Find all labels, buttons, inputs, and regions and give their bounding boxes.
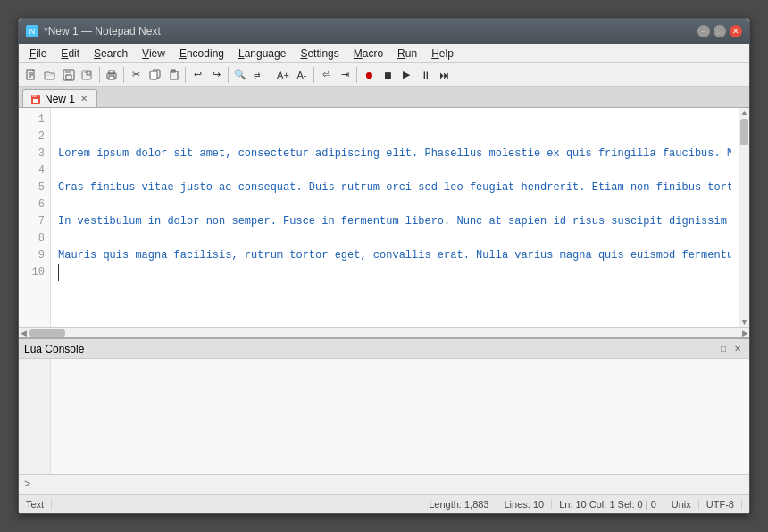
menu-run[interactable]: Run (390, 46, 424, 62)
close-button[interactable]: ✕ (730, 25, 742, 37)
line-num-4: 4 (22, 162, 45, 179)
lua-console-header: Lua Console □ ✕ (19, 339, 749, 359)
svg-rect-5 (65, 70, 71, 73)
tb-undo[interactable]: ↩ (188, 66, 206, 84)
line-num-10: 10 (22, 264, 45, 281)
scroll-left-btn[interactable]: ◀ (19, 328, 28, 337)
tb-find[interactable]: 🔍 (231, 66, 249, 84)
tb-saveall[interactable] (79, 66, 96, 84)
line-numbers: 1 2 3 4 5 6 7 8 9 10 (19, 108, 51, 327)
toolbar-separator-6 (313, 67, 314, 83)
status-encoding-detail: UTF-8 (699, 499, 742, 510)
maximize-button[interactable]: □ (714, 25, 726, 37)
tb-macro-play[interactable]: ▶ (397, 66, 415, 84)
line-num-7: 7 (22, 213, 45, 230)
svg-text:⇄: ⇄ (254, 71, 261, 79)
tb-macro-rec[interactable]: ⏺ (360, 66, 378, 84)
status-lines: Lines: 10 (497, 499, 553, 510)
title-controls: – □ ✕ (697, 25, 742, 37)
scroll-down-btn[interactable]: ▼ (739, 318, 749, 327)
menu-settings[interactable]: Settings (293, 46, 346, 62)
horizontal-scrollbar[interactable]: ◀ ▶ (19, 327, 749, 337)
menu-encoding[interactable]: Encoding (172, 46, 231, 62)
editor-main: 1 2 3 4 5 6 7 8 9 10 Lorem ipsum dolor s… (19, 108, 749, 327)
line-num-1: 1 (22, 112, 45, 129)
menu-file[interactable]: File (22, 46, 54, 62)
tb-redo[interactable]: ↪ (207, 66, 225, 84)
tb-replace[interactable]: ⇄ (250, 66, 268, 84)
scroll-track[interactable] (739, 117, 749, 318)
toolbar-separator-4 (228, 67, 229, 83)
tb-macro-save[interactable]: ⏸ (416, 66, 434, 84)
editor-text-area[interactable]: Lorem ipsum dolor sit amet, consectetur … (51, 108, 739, 327)
line-num-5: 5 (22, 179, 45, 196)
tb-zoom-out[interactable]: A- (293, 66, 311, 84)
editor-line-9: Mauris quis magna facilisis, rutrum tort… (58, 247, 731, 264)
tb-zoom-in[interactable]: A+ (274, 66, 292, 84)
tb-macro-run[interactable]: ⏭ (435, 66, 453, 84)
svg-rect-19 (32, 95, 37, 97)
main-window: N *New 1 — Notepad Next – □ ✕ File Edit … (18, 18, 750, 514)
toolbar-separator-3 (185, 67, 186, 83)
tb-save[interactable] (60, 66, 78, 84)
tab-new1[interactable]: New 1 ✕ (22, 89, 97, 107)
svg-rect-11 (109, 76, 114, 79)
menu-view[interactable]: View (135, 46, 172, 62)
toolbar-separator-5 (271, 67, 271, 83)
menu-bar: File Edit Search View Encoding Language … (19, 44, 749, 63)
status-position: Ln: 10 Col: 1 Sel: 0 | 0 (552, 499, 664, 510)
lua-line-numbers (19, 359, 51, 474)
menu-search[interactable]: Search (87, 46, 135, 62)
save-icon (30, 94, 41, 104)
tb-print[interactable] (103, 66, 121, 84)
tb-cut[interactable]: ✂ (127, 66, 145, 84)
lua-input-line: > (19, 474, 749, 494)
editor-line-1 (58, 112, 731, 129)
line-num-3: 3 (22, 145, 45, 162)
editor-container: 1 2 3 4 5 6 7 8 9 10 Lorem ipsum dolor s… (19, 108, 749, 337)
app-icon: N (26, 25, 38, 37)
tab-label: New 1 (45, 93, 75, 105)
menu-language[interactable]: Language (231, 46, 293, 62)
tab-close-button[interactable]: ✕ (79, 94, 89, 104)
title-bar-left: N *New 1 — Notepad Next (26, 25, 161, 37)
hscroll-thumb[interactable] (29, 329, 65, 337)
line-num-9: 9 (22, 247, 45, 264)
lua-restore-btn[interactable]: □ (717, 343, 730, 355)
vertical-scrollbar[interactable]: ▲ ▼ (739, 108, 749, 327)
lua-console-controls: □ ✕ (717, 343, 744, 355)
tb-copy[interactable] (146, 66, 163, 84)
scroll-up-btn[interactable]: ▲ (739, 108, 749, 117)
status-encoding: Unix (664, 499, 699, 510)
hscroll-track[interactable] (28, 328, 740, 337)
toolbar-separator-7 (356, 67, 357, 83)
editor-line-6 (58, 196, 731, 213)
scroll-right-btn[interactable]: ▶ (740, 328, 749, 337)
editor-line-8 (58, 230, 731, 247)
lua-close-btn[interactable]: ✕ (731, 343, 744, 355)
lua-input-field[interactable] (34, 478, 744, 491)
toolbar: ✂ ↩ ↪ 🔍 ⇄ A+ A- ⏎ ⇥ ⏺ ⏹ ▶ ⏸ ⏭ (19, 63, 749, 87)
tb-paste[interactable] (164, 66, 182, 84)
tb-indent[interactable]: ⇥ (336, 66, 354, 84)
menu-edit[interactable]: Edit (54, 46, 87, 62)
editor-line-4 (58, 162, 731, 179)
editor-line-5: Cras finibus vitae justo ac consequat. D… (58, 179, 731, 196)
svg-rect-6 (66, 75, 71, 79)
menu-macro[interactable]: Macro (346, 46, 390, 62)
tb-open[interactable] (41, 66, 59, 84)
svg-rect-14 (150, 71, 157, 79)
minimize-button[interactable]: – (697, 25, 710, 37)
tb-new[interactable] (22, 66, 40, 84)
status-bar: Text Length: 1,883 Lines: 10 Ln: 10 Col:… (19, 494, 749, 513)
title-bar: N *New 1 — Notepad Next – □ ✕ (19, 19, 749, 44)
lua-body (19, 359, 749, 474)
toolbar-separator-2 (123, 67, 124, 83)
line-num-6: 6 (22, 196, 45, 213)
scroll-thumb[interactable] (740, 119, 748, 145)
menu-help[interactable]: Help (424, 46, 461, 62)
tb-macro-stop[interactable]: ⏹ (379, 66, 397, 84)
tb-wordwrap[interactable]: ⏎ (317, 66, 335, 84)
lua-console-title: Lua Console (24, 343, 84, 355)
lua-content-area[interactable] (51, 359, 749, 474)
